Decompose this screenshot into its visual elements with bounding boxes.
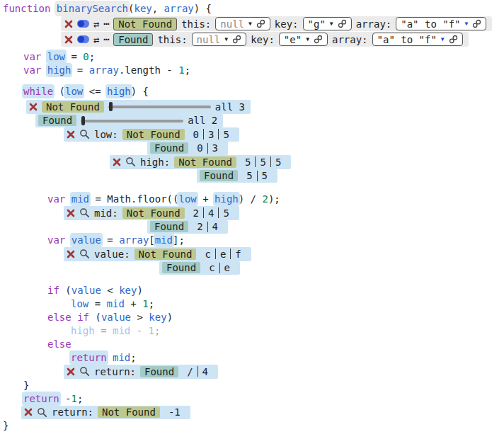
slider-handle[interactable] <box>81 116 85 125</box>
this-value: null <box>220 18 244 30</box>
swap-examples-icon[interactable]: ⇄ <box>93 19 99 29</box>
probe-badge[interactable]: Not Found <box>134 249 197 260</box>
swap-examples-icon[interactable]: ⇄ <box>93 35 99 45</box>
code-token: + <box>125 298 142 309</box>
code-token: low <box>71 298 88 309</box>
delete-probe-icon[interactable] <box>29 103 38 111</box>
slider-handle[interactable] <box>109 102 113 111</box>
code-line: } <box>3 419 504 433</box>
key-label: key: <box>251 34 275 45</box>
magnifier-icon[interactable] <box>79 207 90 218</box>
probe-value: 5 <box>242 170 256 181</box>
probe-badge[interactable]: Found <box>150 142 188 154</box>
delete-probe-icon[interactable] <box>67 130 75 139</box>
example-name-badge[interactable]: Not Found <box>113 18 177 30</box>
probe-badge[interactable]: Found <box>162 262 200 273</box>
link-icon[interactable] <box>338 19 347 28</box>
delete-example-icon[interactable] <box>64 35 73 44</box>
toggle-knob <box>78 21 84 27</box>
more-options-icon[interactable]: ⋯ <box>103 19 109 28</box>
magnifier-icon[interactable] <box>79 129 90 139</box>
code-line: return mid; <box>71 351 504 365</box>
probe-label: mid: <box>94 207 118 219</box>
magnifier-icon[interactable] <box>125 156 136 167</box>
code-token: key <box>149 312 166 323</box>
probe-mid-found: Found 24 <box>147 220 228 234</box>
probe-badge[interactable]: Found <box>150 221 188 232</box>
code-token: ; <box>77 393 83 404</box>
code-editor[interactable]: function binarySearch(key, array) { ⇄ ⋯ … <box>0 0 504 433</box>
code-token: var <box>23 51 47 62</box>
probe-badge[interactable]: Not Found <box>122 129 185 140</box>
toggle-example-icon[interactable] <box>77 35 89 43</box>
iteration-badge[interactable]: Not Found <box>42 101 104 113</box>
delete-probe-icon[interactable] <box>67 209 75 217</box>
magnifier-icon[interactable] <box>37 407 47 418</box>
example-row-not-found: ⇄ ⋯ Not Found this: null ▼ key: "g" ▼ ar… <box>61 16 492 31</box>
example-row-found: ⇄ ⋯ Found this: null ▼ key: "e" ▼ array:… <box>61 32 469 47</box>
code-token: array <box>119 234 149 246</box>
code-token: mid <box>113 352 130 363</box>
code-token: mid <box>107 298 125 309</box>
code-line: var low = 0; <box>23 50 504 64</box>
array-value-box[interactable]: "a" to "f" ▼ <box>372 33 463 46</box>
probe-badge[interactable]: Not Found <box>98 406 160 418</box>
magnifier-icon[interactable] <box>79 249 90 259</box>
more-options-icon[interactable]: ⋯ <box>103 35 109 44</box>
code-token: = <box>71 64 88 76</box>
probe-values: 245 <box>189 206 234 220</box>
code-token <box>107 352 113 363</box>
example-name-badge[interactable]: Found <box>113 33 153 46</box>
iteration-badge[interactable]: Found <box>38 115 76 126</box>
link-icon[interactable] <box>449 35 458 44</box>
code-token: low <box>65 86 83 97</box>
delete-probe-icon[interactable] <box>67 367 75 376</box>
toggle-example-icon[interactable] <box>77 20 89 28</box>
code-token: high <box>47 64 71 76</box>
iteration-count: all 3 <box>215 101 245 113</box>
delete-probe-icon[interactable] <box>67 250 75 258</box>
code-line: function binarySearch(key, array) { <box>3 2 504 16</box>
probe-values: 24 <box>193 220 222 234</box>
code-line: var high = array.length - 1; <box>23 64 504 77</box>
link-icon[interactable] <box>256 19 265 28</box>
link-icon[interactable] <box>232 35 241 44</box>
probe-value: c <box>200 249 214 260</box>
code-token: ) { <box>131 86 149 97</box>
this-value-box[interactable]: null ▼ <box>192 33 247 46</box>
iteration-slider[interactable] <box>81 116 183 125</box>
probe-badge[interactable]: Found <box>140 366 178 377</box>
key-value-box[interactable]: "e" ▼ <box>279 33 328 46</box>
key-value-box[interactable]: "g" ▼ <box>303 17 352 30</box>
code-token: - <box>130 325 148 336</box>
link-icon[interactable] <box>314 35 323 44</box>
code-token: = Math.floor(( <box>89 193 178 205</box>
code-token: var <box>23 64 47 76</box>
this-value-box[interactable]: null ▼ <box>215 17 270 30</box>
probe-value: f <box>231 249 245 260</box>
code-token: > <box>131 312 149 323</box>
code-token: , <box>152 3 164 14</box>
code-token: = <box>65 51 83 62</box>
probe-mid-not-found: mid: Not Found 245 <box>64 206 239 220</box>
probe-low-not-found: low: Not Found 035 <box>64 127 239 142</box>
code-line: return -1; <box>23 392 504 406</box>
dropdown-caret-icon: ▼ <box>441 37 445 42</box>
iteration-slider[interactable] <box>108 102 211 111</box>
link-icon[interactable] <box>472 19 481 28</box>
array-value-box[interactable]: "a" to "f" ▼ <box>396 17 486 30</box>
probe-badge[interactable]: Not Found <box>174 156 236 168</box>
code-token: = <box>95 325 113 336</box>
probe-badge[interactable]: Found <box>200 170 238 181</box>
probe-value: 2 <box>193 221 207 232</box>
code-token: ; <box>130 352 136 363</box>
probe-badge[interactable]: Not Found <box>122 207 185 219</box>
delete-example-icon[interactable] <box>64 20 73 28</box>
delete-probe-icon[interactable] <box>113 158 121 166</box>
code-token: low <box>47 51 65 62</box>
delete-probe-icon[interactable] <box>24 408 33 416</box>
probe-label: low: <box>94 129 118 140</box>
probe-value: e <box>220 262 234 273</box>
code-token: 2 <box>262 193 268 205</box>
magnifier-icon[interactable] <box>79 366 90 377</box>
